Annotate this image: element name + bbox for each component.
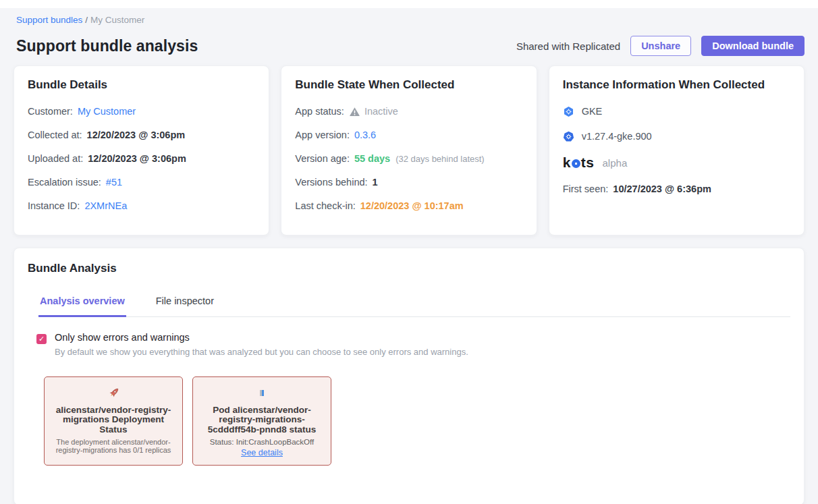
bundle-state-card: Bundle State When Collected App status: …	[281, 65, 537, 235]
kots-logo-ts: ts	[581, 155, 595, 171]
app-version-label: App version:	[295, 130, 350, 140]
page: Support bundles/My Customer Support bund…	[0, 15, 818, 504]
errors-filter-text: Only show errors and warnings By default…	[55, 332, 468, 357]
breadcrumb-separator: /	[85, 15, 88, 25]
pod-glyph-icon	[260, 390, 264, 396]
customer-row: Customer: My Customer	[28, 105, 255, 118]
see-details-link[interactable]: See details	[241, 448, 283, 457]
top-nav-edge	[0, 0, 818, 8]
card-title: Bundle Details	[28, 78, 255, 92]
uploaded-at-row: Uploaded at: 12/20/2023 @ 3:06pm	[28, 152, 255, 165]
customer-label: Customer:	[28, 106, 73, 117]
kots-logo-k: k	[563, 155, 571, 171]
shared-status-label: Shared with Replicated	[516, 40, 620, 52]
app-status-label: App status:	[295, 106, 344, 117]
card-title: Bundle State When Collected	[295, 78, 522, 92]
version-age-note: (32 days behind latest)	[396, 154, 485, 164]
instance-id-label: Instance ID:	[28, 200, 80, 211]
kots-row: kts alpha	[563, 155, 790, 171]
uploaded-at-value: 12/20/2023 @ 3:06pm	[88, 153, 186, 164]
k8s-version-value: v1.27.4-gke.900	[582, 131, 652, 142]
errors-filter-label[interactable]: Only show errors and warnings	[55, 332, 468, 343]
bundle-details-card: Bundle Details Customer: My Customer Col…	[13, 65, 269, 235]
kots-logo: kts	[563, 155, 595, 171]
last-checkin-value: 12/20/2023 @ 10:17am	[360, 200, 464, 211]
result-title: alicenstar/vendor-registry-migrations De…	[51, 405, 175, 435]
breadcrumb-link-support-bundles[interactable]: Support bundles	[16, 15, 82, 25]
app-status-value: Inactive	[364, 106, 398, 117]
app-status-row: App status: Inactive	[295, 105, 522, 118]
result-description: The deployment alicenstar/vendor-registr…	[51, 438, 175, 454]
summary-cards-row: Bundle Details Customer: My Customer Col…	[13, 65, 805, 235]
result-status: Status: Init:CrashLoopBackOff	[200, 438, 324, 446]
result-title: Pod alicenstar/vendor-registry-migration…	[200, 405, 324, 435]
versions-behind-label: Versions behind:	[295, 177, 367, 188]
errors-only-checkbox[interactable]: ✓	[36, 334, 47, 344]
analyzer-results-row: alicenstar/vendor-registry-migrations De…	[44, 376, 790, 466]
kots-logo-o-icon	[572, 159, 580, 168]
versions-behind-value: 1	[373, 177, 378, 188]
analyzer-result-pod-status[interactable]: Pod alicenstar/vendor-registry-migration…	[192, 376, 331, 466]
collected-at-value: 12/20/2023 @ 3:06pm	[87, 130, 186, 140]
breadcrumb: Support bundles/My Customer	[16, 15, 805, 25]
k8s-version-row: v1.27.4-gke.900	[563, 130, 790, 143]
download-bundle-button[interactable]: Download bundle	[701, 36, 805, 56]
errors-filter-row: ✓ Only show errors and warnings By defau…	[36, 332, 790, 357]
first-seen-value: 10/27/2023 @ 6:36pm	[613, 184, 711, 194]
version-age-label: Version age:	[295, 153, 350, 164]
pod-status-icon	[200, 385, 324, 400]
breadcrumb-current: My Customer	[90, 15, 144, 25]
uploaded-at-label: Uploaded at:	[28, 153, 83, 164]
version-age-value: 55 days	[354, 153, 390, 164]
analysis-tabs: Analysis overview File inspector	[38, 296, 790, 317]
header-actions: Shared with Replicated Unshare Download …	[516, 36, 805, 56]
version-age-row: Version age: 55 days (32 days behind lat…	[295, 152, 522, 165]
distribution-row: GKE	[563, 105, 790, 118]
tab-analysis-overview[interactable]: Analysis overview	[38, 296, 126, 317]
last-checkin-label: Last check-in:	[295, 200, 355, 211]
errors-filter-description: By default we show you everything that w…	[55, 347, 468, 357]
instance-id-row: Instance ID: 2XMrNEa	[28, 199, 255, 213]
collected-at-label: Collected at:	[28, 130, 82, 140]
unshare-button[interactable]: Unshare	[630, 36, 691, 56]
escalation-issue-link[interactable]: #51	[106, 177, 122, 188]
warning-triangle-icon	[349, 106, 360, 117]
tab-file-inspector[interactable]: File inspector	[155, 296, 215, 316]
bundle-analysis-title: Bundle Analysis	[28, 262, 790, 275]
distribution-value: GKE	[582, 106, 603, 117]
first-seen-label: First seen:	[563, 184, 609, 194]
last-checkin-row: Last check-in: 12/20/2023 @ 10:17am	[295, 199, 522, 213]
rocket-icon	[51, 385, 175, 400]
app-version-link[interactable]: 0.3.6	[354, 130, 376, 140]
bundle-analysis-card: Bundle Analysis Analysis overview File i…	[13, 248, 805, 504]
escalation-issue-label: Escalation issue:	[28, 177, 101, 188]
page-title: Support bundle analysis	[16, 37, 198, 55]
kots-channel: alpha	[603, 157, 628, 169]
first-seen-row: First seen: 10/27/2023 @ 6:36pm	[563, 182, 790, 196]
analyzer-result-deployment[interactable]: alicenstar/vendor-registry-migrations De…	[44, 376, 183, 466]
page-header: Support bundle analysis Shared with Repl…	[16, 36, 805, 56]
escalation-issue-row: Escalation issue: #51	[28, 175, 255, 189]
versions-behind-row: Versions behind: 1	[295, 175, 522, 189]
collected-at-row: Collected at: 12/20/2023 @ 3:06pm	[28, 128, 255, 142]
customer-link[interactable]: My Customer	[78, 106, 136, 117]
gke-hexagon-icon	[563, 106, 574, 117]
card-title: Instance Information When Collected	[563, 78, 790, 92]
instance-info-card: Instance Information When Collected GKE …	[549, 65, 805, 235]
app-version-row: App version: 0.3.6	[295, 128, 522, 142]
instance-id-link[interactable]: 2XMrNEa	[84, 200, 127, 211]
kubernetes-wheel-icon	[563, 131, 574, 142]
